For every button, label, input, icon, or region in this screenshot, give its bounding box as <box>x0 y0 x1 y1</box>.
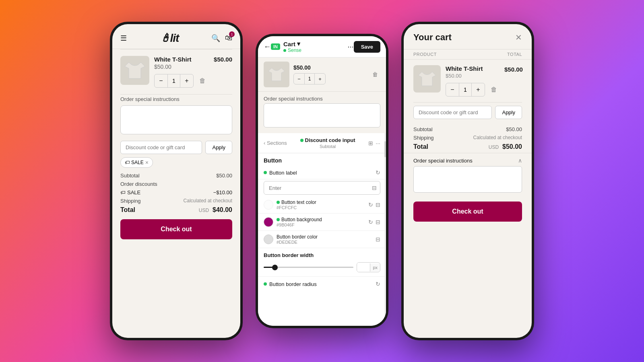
p2-save-button[interactable]: Save <box>354 41 380 53</box>
p2-preview-item: $50.00 − 1 + 🗑 <box>258 58 386 92</box>
p1-discount-input[interactable] <box>120 141 202 154</box>
p2-border-color-left: Button border color #DEDEDE <box>264 234 318 245</box>
p3-qty-decrease[interactable]: − <box>446 83 459 96</box>
p3-shipping-label: Shipping <box>413 135 434 141</box>
p2-text-color-row: Button text color #FCFCFC ↻ ⊟ <box>258 196 386 214</box>
database-icon-2[interactable]: ⊟ <box>376 202 380 208</box>
px-unit: px <box>370 263 380 272</box>
qty-increase[interactable]: + <box>180 74 193 87</box>
p1-apply-button[interactable]: Apply <box>205 141 232 154</box>
p2-bg-color-actions: ↻ ⊟ <box>368 219 380 225</box>
p3-item-divider <box>413 102 522 103</box>
p2-cart-info: Cart ▾ Sense <box>283 40 348 53</box>
p2-breadcrumb-left: ‹ Sections <box>264 140 287 146</box>
p2-more-icon[interactable]: ··· <box>348 43 354 51</box>
border-color-hex: #DEDEDE <box>277 240 318 245</box>
qty-decrease[interactable]: − <box>155 74 167 87</box>
p3-checkout-button[interactable]: Check out <box>413 202 522 222</box>
p2-delete-icon[interactable]: 🗑 <box>370 69 380 80</box>
p2-qty-row: − 1 + <box>293 73 366 84</box>
p2-cart-label: Cart ▾ <box>283 40 348 47</box>
database-icon[interactable]: ⊟ <box>369 181 380 194</box>
qty-value: 1 <box>167 74 180 87</box>
p1-item-info: White T-Shirt $50.00 $50.00 − 1 + 🗑 <box>154 56 232 88</box>
p3-instructions-label: Order special instructions <box>413 158 473 164</box>
p2-back-icon[interactable]: ← <box>264 43 271 51</box>
menu-icon[interactable]: ☰ <box>120 34 127 43</box>
p2-panel-icons: ⊞ ··· <box>368 140 380 146</box>
border-color-swatch[interactable] <box>264 234 273 244</box>
p3-apply-button[interactable]: Apply <box>495 106 522 119</box>
p2-button-label-row: Button label ↻ <box>258 166 386 179</box>
p3-discount-row: Apply <box>413 106 522 119</box>
p2-section-subtitle: Subtotal <box>300 144 355 149</box>
refresh-icon-4[interactable]: ↻ <box>376 281 380 287</box>
p3-qty-increase[interactable]: + <box>472 83 485 96</box>
p1-discount-row: Apply <box>120 141 232 154</box>
sense-label: Sense <box>288 47 301 53</box>
database-icon-3[interactable]: ⊟ <box>376 219 380 225</box>
tag-remove-icon[interactable]: × <box>145 159 149 166</box>
more-icon[interactable]: ··· <box>376 140 380 146</box>
p3-shipping-value: Calculated at checkout <box>473 135 522 141</box>
p2-instructions-textarea[interactable] <box>264 103 380 128</box>
p2-sense-row: Sense <box>283 47 348 53</box>
px-input-box: 1 px <box>357 262 380 272</box>
refresh-icon-3[interactable]: ↻ <box>368 219 373 225</box>
shipping-label: Shipping <box>120 198 141 204</box>
p2-section-title: Discount code input <box>300 137 355 143</box>
p1-qty-row: − 1 + 🗑 <box>154 74 232 88</box>
p3-discount-input[interactable] <box>413 106 492 119</box>
bg-color-hex: #9B046F <box>277 222 322 227</box>
bg-color-swatch[interactable] <box>264 217 273 227</box>
p1-total-row: Total USD $40.00 <box>120 206 232 214</box>
refresh-icon-2[interactable]: ↻ <box>368 202 373 208</box>
p1-instructions-textarea[interactable] <box>120 105 232 134</box>
p3-col-labels: PRODUCT TOTAL <box>404 49 532 60</box>
p2-button-label-actions: ↻ <box>376 169 380 176</box>
border-width-slider[interactable] <box>264 267 353 268</box>
p2-button-group-label: Button <box>258 153 386 166</box>
subtotal-label: Subtotal <box>120 173 140 179</box>
text-color-swatch[interactable] <box>264 200 273 210</box>
cart-icon[interactable]: 🛍 1 <box>225 34 232 42</box>
p1-checkout-button[interactable]: Check out <box>120 219 232 239</box>
bg-color-info: Button background #9B046F <box>277 217 322 227</box>
database-icon-4[interactable]: ⊟ <box>376 236 380 243</box>
p3-instructions-textarea[interactable] <box>413 166 522 193</box>
tag-icon: 🏷 <box>125 160 130 165</box>
p3-total-currency: USD <box>489 144 499 150</box>
p2-border-width-label: Button border width <box>264 252 380 258</box>
p3-item-image <box>413 65 441 93</box>
p2-button-label-input[interactable] <box>264 182 369 194</box>
text-color-info: Button text color #FCFCFC <box>277 200 316 210</box>
p3-item-info: White T-Shirt $50.00 − 1 + 🗑 <box>446 65 500 97</box>
p2-text-color-actions: ↻ ⊟ <box>368 202 380 208</box>
p1-header: ☰ 🕯lit 🔍 🛍 1 <box>112 24 240 49</box>
delete-item-icon[interactable]: 🗑 <box>197 75 208 87</box>
p2-editor-panel: ‹ Sections Discount code input Subtotal … <box>258 133 386 326</box>
p2-top-bar: ← IN Cart ▾ Sense ··· Save <box>258 36 386 58</box>
product-col-label: PRODUCT <box>413 52 437 57</box>
p2-button-label-label: Button label <box>264 170 297 176</box>
p2-slider-row: 1 px <box>264 262 380 272</box>
p3-close-button[interactable]: ✕ <box>515 33 522 42</box>
phone-2-screen: ← IN Cart ▾ Sense ··· Save <box>258 36 386 326</box>
p3-subtotal-value: $50.00 <box>506 126 522 132</box>
p3-qty-row: − 1 + 🗑 <box>446 83 500 97</box>
section-active-dot <box>300 139 303 142</box>
p2-qty-decrease[interactable]: − <box>294 74 304 84</box>
p2-back-link[interactable]: ‹ Sections <box>264 140 287 146</box>
p1-header-icons: 🔍 🛍 1 <box>211 34 232 43</box>
p1-sale-tag: 🏷 SALE × <box>120 157 153 168</box>
scrollbar-thumb <box>384 141 386 157</box>
search-icon[interactable]: 🔍 <box>211 34 220 43</box>
p2-qty-increase[interactable]: + <box>315 74 325 84</box>
layers-icon[interactable]: ⊞ <box>368 140 373 146</box>
border-width-input[interactable]: 1 <box>357 263 370 272</box>
p2-quantity-stepper: − 1 + <box>293 73 326 84</box>
p3-delete-icon[interactable]: 🗑 <box>488 84 500 96</box>
p1-item-name: White T-Shirt <box>154 56 192 63</box>
refresh-icon[interactable]: ↻ <box>376 169 380 176</box>
p3-instructions-row[interactable]: Order special instructions ∧ <box>404 153 532 166</box>
